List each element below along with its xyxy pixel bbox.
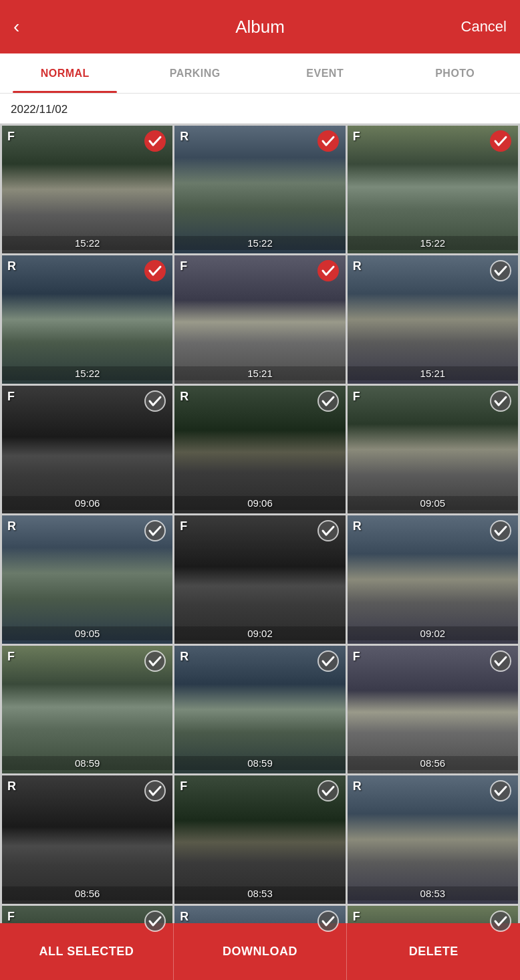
selected-checkmark-icon	[143, 779, 167, 803]
thumbnail-item[interactable]: F15:22	[2, 126, 172, 253]
camera-label: F	[180, 519, 187, 533]
date-label: 2022/11/02	[0, 94, 520, 124]
timestamp: 15:21	[348, 366, 518, 380]
selected-checkmark-icon	[316, 649, 340, 673]
camera-label: F	[180, 779, 187, 793]
thumbnail-item[interactable]: R15:21	[348, 255, 518, 383]
thumbnail-item[interactable]: R09:02	[348, 515, 518, 643]
tab-normal[interactable]: NORMAL	[0, 53, 130, 93]
selected-checkmark-icon	[489, 909, 513, 933]
timestamp: 08:56	[2, 886, 172, 900]
thumbnail-item[interactable]: R09:06	[174, 386, 345, 513]
camera-label: F	[180, 259, 187, 273]
selected-checkmark-icon	[143, 519, 167, 543]
thumbnail-grid: F15:22 R15:22 F15:22 R15:22 F15:21 R15:2…	[0, 124, 520, 980]
selected-checkmark-icon	[489, 779, 513, 803]
timestamp: 09:05	[2, 626, 172, 640]
camera-label: R	[7, 259, 16, 273]
selected-checkmark-icon	[316, 519, 340, 543]
selected-checkmark-icon	[316, 259, 340, 283]
thumbnail-item[interactable]: F09:06	[2, 386, 172, 513]
thumbnail-item[interactable]: F08:59	[2, 646, 172, 773]
svg-point-4	[318, 261, 338, 281]
tab-event[interactable]: EVENT	[260, 53, 390, 93]
camera-label: R	[353, 259, 362, 273]
header: ‹ Album Cancel	[0, 0, 520, 53]
bottom-action-bar: ALL SELECTED DOWNLOAD DELETE	[0, 923, 520, 980]
camera-label: F	[353, 910, 360, 924]
svg-point-12	[145, 651, 165, 671]
selected-checkmark-icon	[316, 779, 340, 803]
selected-checkmark-icon	[143, 389, 167, 413]
selected-checkmark-icon	[316, 909, 340, 933]
thumbnail-item[interactable]: F08:53	[174, 775, 345, 903]
camera-label: R	[180, 390, 188, 404]
timestamp: 09:06	[2, 496, 172, 510]
timestamp: 08:59	[2, 756, 172, 770]
camera-label: R	[180, 650, 188, 664]
camera-label: F	[353, 650, 360, 664]
camera-label: R	[353, 519, 362, 533]
svg-point-10	[318, 521, 338, 541]
camera-label: F	[353, 390, 360, 404]
thumbnail-item[interactable]: F09:05	[348, 386, 518, 513]
timestamp: 15:22	[348, 236, 518, 250]
tab-bar: NORMAL PARKING EVENT PHOTO	[0, 53, 520, 94]
camera-label: R	[353, 779, 362, 793]
selected-checkmark-icon	[143, 909, 167, 933]
svg-point-14	[491, 651, 511, 671]
selected-checkmark-icon	[316, 129, 340, 153]
back-button[interactable]: ‹	[13, 16, 40, 37]
thumbnail-item[interactable]: F15:22	[348, 126, 518, 253]
svg-point-0	[145, 131, 165, 151]
selected-checkmark-icon	[489, 389, 513, 413]
camera-label: F	[7, 650, 15, 664]
thumbnail-item[interactable]: R09:05	[2, 515, 172, 643]
timestamp: 15:21	[174, 366, 345, 380]
selected-checkmark-icon	[489, 259, 513, 283]
svg-point-3	[145, 261, 165, 281]
timestamp: 09:06	[174, 496, 345, 510]
selected-checkmark-icon	[143, 649, 167, 673]
thumbnail-item[interactable]: R08:56	[2, 775, 172, 903]
timestamp: 08:59	[174, 756, 345, 770]
thumbnail-item[interactable]: F15:21	[174, 255, 345, 383]
thumbnail-item[interactable]: F08:56	[348, 646, 518, 773]
svg-point-1	[318, 131, 338, 151]
timestamp: 08:53	[348, 886, 518, 900]
timestamp: 15:22	[174, 236, 345, 250]
camera-label: R	[180, 910, 188, 924]
thumbnail-item[interactable]: F09:02	[174, 515, 345, 643]
selected-checkmark-icon	[489, 649, 513, 673]
svg-point-16	[318, 781, 338, 801]
timestamp: 09:02	[174, 626, 345, 640]
svg-point-18	[145, 911, 165, 931]
timestamp: 08:53	[174, 886, 345, 900]
timestamp: 09:02	[348, 626, 518, 640]
selected-checkmark-icon	[489, 519, 513, 543]
tab-photo[interactable]: PHOTO	[390, 53, 521, 93]
timestamp: 08:56	[348, 756, 518, 770]
thumbnail-item[interactable]: R08:59	[174, 646, 345, 773]
page-title: Album	[235, 17, 285, 37]
svg-point-15	[145, 781, 165, 801]
cancel-button[interactable]: Cancel	[461, 18, 507, 35]
timestamp: 15:22	[2, 366, 172, 380]
svg-point-20	[491, 911, 511, 931]
svg-point-17	[491, 781, 511, 801]
thumbnail-item[interactable]: R08:53	[348, 775, 518, 903]
camera-label: F	[7, 390, 15, 404]
timestamp: 09:05	[348, 496, 518, 510]
tab-parking[interactable]: PARKING	[130, 53, 261, 93]
svg-point-11	[491, 521, 511, 541]
svg-point-6	[145, 391, 165, 411]
camera-label: R	[180, 130, 188, 144]
svg-point-7	[318, 391, 338, 411]
timestamp: 15:22	[2, 236, 172, 250]
thumbnail-item[interactable]: R15:22	[2, 255, 172, 383]
selected-checkmark-icon	[143, 129, 167, 153]
thumbnail-item[interactable]: R15:22	[174, 126, 345, 253]
camera-label: R	[7, 779, 16, 793]
camera-label: F	[7, 130, 15, 144]
selected-checkmark-icon	[316, 389, 340, 413]
